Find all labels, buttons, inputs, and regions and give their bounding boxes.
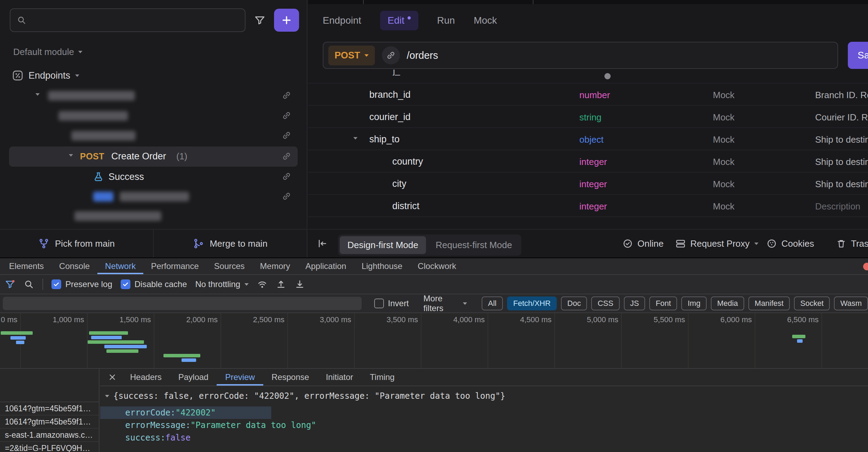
tree-item-redacted[interactable] <box>0 86 307 106</box>
table-row[interactable]: country integer Mock Ship to destin <box>308 150 868 173</box>
tab-timing[interactable]: Timing <box>362 369 403 386</box>
link-icon[interactable] <box>282 90 291 100</box>
chip-fetch-xhr[interactable]: Fetch/XHR <box>507 296 557 310</box>
tab-clockwork[interactable]: Clockwork <box>410 258 464 274</box>
module-selector[interactable]: Default module <box>13 47 82 57</box>
request-proxy-dropdown[interactable]: Request Proxy <box>675 230 758 257</box>
table-row[interactable]: ship_to object Mock Ship to destin <box>308 128 868 150</box>
request-row[interactable]: =2&tid=G-PLF6VQ9H… <box>0 442 99 452</box>
link-icon[interactable] <box>282 111 291 120</box>
json-property-row[interactable]: success: false <box>100 431 271 444</box>
tab-sources[interactable]: Sources <box>207 258 252 274</box>
table-row[interactable]: district integer Mock Description <box>308 195 868 217</box>
param-type: object <box>579 134 603 145</box>
json-summary: {success: false, errorCode: "422002", er… <box>113 391 505 401</box>
invert-checkbox[interactable]: Invert <box>374 299 409 308</box>
tab-response[interactable]: Response <box>263 369 318 386</box>
tab-memory[interactable]: Memory <box>252 258 298 274</box>
request-row[interactable]: 10614?gtm=45be59f1… <box>0 415 99 429</box>
search-box[interactable] <box>10 8 246 32</box>
tab-application[interactable]: Application <box>298 258 354 274</box>
export-har-icon[interactable] <box>295 279 305 290</box>
tab-preview[interactable]: Preview <box>217 369 263 386</box>
tab-initiator[interactable]: Initiator <box>318 369 362 386</box>
tab-payload[interactable]: Payload <box>170 369 217 386</box>
table-row[interactable]: branch_id number Mock Branch ID. Re <box>308 84 868 106</box>
chip-font[interactable]: Font <box>649 296 677 310</box>
online-status[interactable]: Online <box>622 230 664 257</box>
tab-elements[interactable]: Elements <box>1 258 51 274</box>
filter-input[interactable] <box>3 297 362 310</box>
tab-console[interactable]: Console <box>51 258 97 274</box>
more-filters-dropdown[interactable]: More filters <box>424 294 467 313</box>
error-indicator-dot[interactable] <box>863 263 868 270</box>
cookies-button[interactable]: Cookies <box>766 230 814 257</box>
search-input[interactable] <box>31 15 239 26</box>
network-conditions-icon[interactable] <box>257 279 267 290</box>
json-property-row[interactable]: errorMessage: "Parameter data too long" <box>100 419 271 431</box>
disable-cache-checkbox[interactable]: Disable cache <box>121 279 187 289</box>
link-icon[interactable] <box>282 172 291 181</box>
tree-item-redacted[interactable] <box>0 206 307 226</box>
search-icon[interactable] <box>24 279 34 290</box>
throttling-select[interactable]: No throttling <box>195 279 248 289</box>
chip-js[interactable]: JS <box>624 296 645 310</box>
merge-to-main-button[interactable]: Merge to main <box>153 230 307 257</box>
chip-manifest[interactable]: Manifest <box>748 296 790 310</box>
add-button[interactable] <box>274 9 299 32</box>
collapse-arrow-icon[interactable] <box>353 137 357 140</box>
tree-item-redacted[interactable] <box>0 126 307 146</box>
filter-button[interactable] <box>250 10 270 30</box>
chip-doc[interactable]: Doc <box>561 296 587 310</box>
devtools-panel: Elements Console Network Performance Sou… <box>0 257 868 452</box>
toggle-knob[interactable] <box>604 73 611 79</box>
network-filter-icon[interactable] <box>5 279 15 290</box>
tree-item-success-case[interactable]: Success <box>0 167 307 187</box>
request-row[interactable]: 10614?gtm=45be59f1… <box>0 402 99 415</box>
table-row[interactable]: city integer Mock Ship to destin <box>308 173 868 195</box>
pick-from-main-button[interactable]: Pick from main <box>0 230 153 257</box>
request-row[interactable]: s-east-1.amazonaws.c… <box>0 429 99 442</box>
link-icon[interactable] <box>282 130 291 140</box>
tab-edit[interactable]: Edit <box>380 11 418 30</box>
tab-performance[interactable]: Performance <box>143 258 206 274</box>
tree-item-redacted[interactable] <box>0 187 307 207</box>
tab-lighthouse[interactable]: Lighthouse <box>354 258 410 274</box>
tab-mock[interactable]: Mock <box>474 15 497 26</box>
selected-endpoint-row[interactable]: POST Create Order (1) <box>9 146 298 167</box>
link-icon[interactable] <box>282 191 291 201</box>
request-path[interactable]: /orders <box>407 50 438 61</box>
close-detail-button[interactable] <box>103 369 122 386</box>
request-url-bar[interactable]: POST /orders <box>323 42 838 69</box>
funnel-icon <box>254 15 265 26</box>
save-button[interactable]: Save <box>848 42 868 69</box>
request-first-mode-button[interactable]: Request-first Mode <box>428 236 520 254</box>
link-icon[interactable] <box>282 151 291 161</box>
design-first-mode-button[interactable]: Design-first Mode <box>340 236 426 254</box>
tab-network[interactable]: Network <box>97 258 143 274</box>
chip-img[interactable]: Img <box>681 296 707 310</box>
collapse-sidebar-button[interactable] <box>316 238 328 249</box>
tab-run[interactable]: Run <box>437 15 455 26</box>
copy-link-button[interactable] <box>382 46 400 64</box>
tab-endpoint[interactable]: Endpoint <box>323 15 361 26</box>
online-label: Online <box>637 238 664 249</box>
chip-css[interactable]: CSS <box>591 296 619 310</box>
trash-button[interactable]: Trash <box>836 230 868 257</box>
chip-all[interactable]: All <box>482 296 503 310</box>
tree-item-create-order[interactable]: POST Create Order (1) <box>0 146 307 167</box>
network-overview-timeline: 0 ms 1,000 ms 1,500 ms 2,000 ms 2,500 ms… <box>0 313 868 369</box>
chip-wasm[interactable]: Wasm <box>834 296 868 310</box>
method-dropdown[interactable]: POST <box>328 46 375 65</box>
tree-item-redacted[interactable] <box>0 106 307 126</box>
request-list: 10614?gtm=45be59f1… 10614?gtm=45be59f1… … <box>0 369 99 452</box>
json-property-row[interactable]: errorCode: "422002" <box>100 406 271 419</box>
chip-media[interactable]: Media <box>711 296 744 310</box>
chip-socket[interactable]: Socket <box>794 296 830 310</box>
endpoints-section-header[interactable]: Endpoints <box>12 70 79 81</box>
json-summary-row[interactable]: {success: false, errorCode: "422002", er… <box>105 391 505 401</box>
tab-headers[interactable]: Headers <box>122 369 170 386</box>
preserve-log-checkbox[interactable]: Preserve log <box>51 279 112 289</box>
import-har-icon[interactable] <box>276 279 286 290</box>
table-row[interactable]: courier_id string Mock Courier ID. R <box>308 106 868 128</box>
